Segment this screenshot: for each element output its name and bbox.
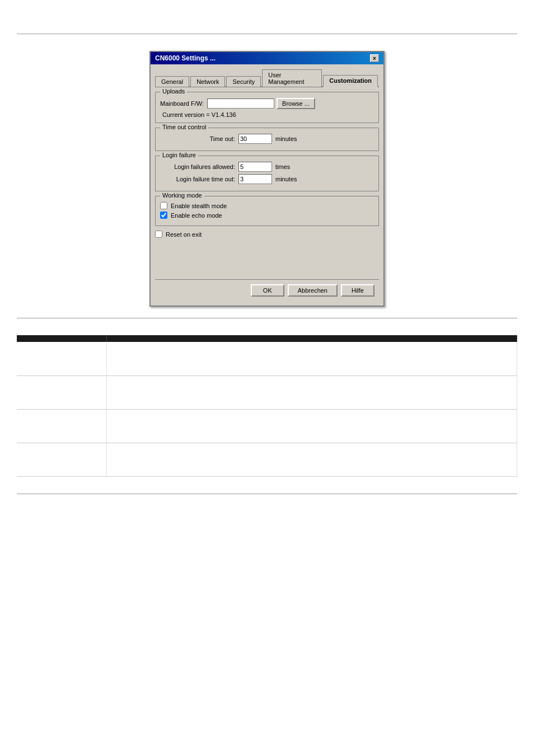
tab-network[interactable]: Network — [190, 76, 225, 87]
working-mode-content: Enable stealth mode Enable echo mode — [160, 202, 374, 219]
table-row — [17, 375, 517, 409]
table-cell — [106, 342, 517, 375]
login-timeout-unit: minutes — [275, 176, 297, 182]
tab-user-management[interactable]: User Management — [262, 69, 322, 87]
echo-mode-label[interactable]: Enable echo mode — [171, 212, 222, 219]
data-table — [17, 335, 517, 477]
timeout-section: Time out control Time out: minutes — [155, 128, 379, 151]
dialog-body: General Network Security User Management… — [151, 64, 383, 306]
timeout-unit: minutes — [275, 135, 297, 142]
timeout-row: Time out: minutes — [160, 134, 374, 144]
bottom-horizontal-rule — [17, 318, 517, 318]
cancel-button[interactable]: Abbrechen — [288, 284, 338, 297]
table-cell — [17, 409, 106, 443]
uploads-content: Mainboard F/W: Browse ... Current versio… — [160, 98, 374, 118]
login-timeout-row: Login failure time out: minutes — [160, 174, 374, 184]
login-timeout-input[interactable] — [238, 174, 272, 184]
login-failures-input[interactable] — [238, 162, 272, 172]
table-row — [17, 443, 517, 476]
echo-mode-row: Enable echo mode — [160, 212, 374, 219]
table-cell — [17, 342, 106, 375]
ok-button[interactable]: OK — [251, 284, 284, 297]
stealth-mode-row: Enable stealth mode — [160, 202, 374, 209]
table-row — [17, 342, 517, 375]
top-horizontal-rule — [17, 34, 517, 34]
dialog-footer: OK Abbrechen Hilfe — [155, 279, 379, 301]
reset-on-exit-row: Reset on exit — [155, 231, 379, 238]
mainboard-label: Mainboard F/W: — [160, 100, 204, 107]
table-cell — [106, 375, 517, 409]
tab-security[interactable]: Security — [226, 76, 261, 87]
reset-on-exit-label[interactable]: Reset on exit — [166, 231, 202, 238]
working-mode-section: Working mode Enable stealth mode Enable … — [155, 196, 379, 226]
login-failures-row: Login failures allowed: times — [160, 162, 374, 172]
tab-customization[interactable]: Customization — [323, 75, 378, 87]
help-button[interactable]: Hilfe — [341, 284, 374, 297]
final-horizontal-rule — [17, 494, 517, 494]
working-mode-legend: Working mode — [160, 192, 204, 199]
timeout-input[interactable] — [238, 134, 272, 144]
stealth-mode-checkbox[interactable] — [160, 202, 167, 209]
col-header-2 — [106, 335, 517, 342]
table-header-row — [17, 335, 517, 342]
table-cell — [17, 375, 106, 409]
login-failure-legend: Login failure — [160, 152, 198, 158]
tab-general[interactable]: General — [155, 76, 189, 87]
login-failures-label: Login failures allowed: — [160, 163, 238, 170]
login-failure-section: Login failure Login failures allowed: ti… — [155, 156, 379, 191]
table-section — [17, 335, 517, 477]
table-row — [17, 409, 517, 443]
close-button[interactable]: × — [370, 54, 379, 62]
browse-button[interactable]: Browse ... — [277, 98, 315, 109]
spacer — [155, 241, 379, 275]
table-header — [17, 335, 517, 342]
current-version-text: Current version = V1.4.136 — [162, 111, 374, 118]
table-cell — [17, 443, 106, 476]
dialog-wrapper: CN6000 Settings ... × General Network Se… — [0, 51, 534, 307]
login-failures-unit: times — [275, 163, 290, 170]
uploads-section: Uploads Mainboard F/W: Browse ... Curren… — [155, 92, 379, 123]
titlebar-buttons: × — [370, 54, 379, 62]
timeout-label: Time out: — [160, 135, 238, 142]
login-failure-content: Login failures allowed: times Login fail… — [160, 162, 374, 184]
dialog-titlebar: CN6000 Settings ... × — [151, 52, 383, 64]
timeout-content: Time out: minutes — [160, 134, 374, 144]
tab-strip: General Network Security User Management… — [155, 69, 379, 87]
cn6000-settings-dialog: CN6000 Settings ... × General Network Se… — [149, 51, 385, 307]
table-body — [17, 342, 517, 476]
mainboard-row: Mainboard F/W: Browse ... — [160, 98, 374, 109]
login-timeout-label: Login failure time out: — [160, 176, 238, 182]
reset-on-exit-checkbox[interactable] — [155, 231, 162, 238]
timeout-legend: Time out control — [160, 124, 208, 130]
dialog-title: CN6000 Settings ... — [155, 54, 216, 62]
uploads-legend: Uploads — [160, 88, 187, 95]
stealth-mode-label[interactable]: Enable stealth mode — [171, 203, 227, 209]
table-cell — [106, 443, 517, 476]
col-header-1 — [17, 335, 106, 342]
table-cell — [106, 409, 517, 443]
mainboard-input[interactable] — [207, 98, 274, 109]
echo-mode-checkbox[interactable] — [160, 212, 167, 219]
